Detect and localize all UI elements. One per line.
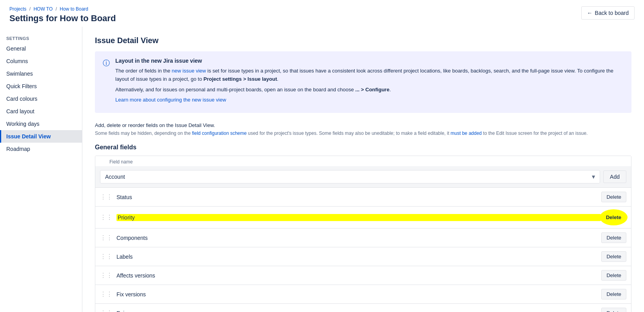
field-name-label: Priority bbox=[116, 214, 601, 221]
breadcrumb-board[interactable]: How to Board bbox=[60, 6, 88, 12]
page-title: Settings for How to Board bbox=[9, 13, 116, 24]
field-name-label: Labels bbox=[116, 254, 601, 260]
breadcrumb: Projects / HOW TO / How to Board bbox=[9, 6, 116, 12]
field-name-label: Epic bbox=[116, 310, 601, 312]
field-select-wrap: Account Assignee Reporter Sprint Story P… bbox=[100, 170, 600, 183]
breadcrumb-projects[interactable]: Projects bbox=[9, 6, 26, 12]
field-name-header: Field name bbox=[95, 156, 631, 166]
drag-handle-icon[interactable]: ⋮⋮ bbox=[100, 234, 113, 241]
sidebar-item-columns[interactable]: Columns bbox=[0, 55, 82, 67]
delete-field-button-affects-versions[interactable]: Delete bbox=[601, 270, 626, 281]
delete-field-button-status[interactable]: Delete bbox=[601, 192, 626, 202]
field-name-label: Fix versions bbox=[116, 291, 601, 297]
description-text: Add, delete or reorder fields on the Iss… bbox=[95, 122, 631, 128]
drag-handle-icon[interactable]: ⋮⋮ bbox=[100, 272, 113, 279]
sidebar-item-swimlanes[interactable]: Swimlanes bbox=[0, 67, 82, 80]
breadcrumb-sep1: / bbox=[29, 6, 31, 12]
info-box-line3: Learn more about configuring the new iss… bbox=[115, 96, 624, 104]
add-field-row: Account Assignee Reporter Sprint Story P… bbox=[95, 166, 631, 188]
delete-field-button-labels[interactable]: Delete bbox=[601, 251, 626, 262]
field-name-select[interactable]: Account Assignee Reporter Sprint Story P… bbox=[100, 170, 600, 183]
delete-field-button-components[interactable]: Delete bbox=[601, 232, 626, 243]
field-name-label: Status bbox=[116, 194, 601, 200]
sidebar-item-issue-detail-view[interactable]: Issue Detail View bbox=[0, 130, 82, 143]
field-row-epic: ⋮⋮EpicDelete bbox=[95, 304, 631, 312]
info-box-line1: The order of fields in the new issue vie… bbox=[115, 67, 624, 83]
drag-handle-icon[interactable]: ⋮⋮ bbox=[100, 214, 113, 221]
field-row-priority: ⋮⋮PriorityDelete bbox=[95, 207, 631, 229]
info-box-line2: Alternatively, and for issues on persona… bbox=[115, 86, 624, 94]
sidebar-item-card-layout[interactable]: Card layout bbox=[0, 105, 82, 118]
field-name-label: Components bbox=[116, 235, 601, 241]
back-to-board-button[interactable]: ← Back to board bbox=[581, 6, 635, 20]
fields-area: Field name Account Assignee Reporter Spr… bbox=[95, 156, 631, 312]
field-name-label: Affects versions bbox=[116, 272, 601, 279]
breadcrumb-howto[interactable]: HOW TO bbox=[33, 6, 53, 12]
top-bar: Projects / HOW TO / How to Board Setting… bbox=[0, 0, 644, 27]
field-row-components: ⋮⋮ComponentsDelete bbox=[95, 229, 631, 247]
field-row-labels: ⋮⋮LabelsDelete bbox=[95, 247, 631, 266]
content-title: Issue Detail View bbox=[95, 36, 631, 45]
sidebar-item-card-colours[interactable]: Card colours bbox=[0, 93, 82, 105]
note-text: Some fields may be hidden, depending on … bbox=[95, 131, 631, 136]
breadcrumb-sep2: / bbox=[56, 6, 57, 12]
learn-more-link[interactable]: Learn more about configuring the new iss… bbox=[115, 97, 226, 103]
sidebar-item-general[interactable]: General bbox=[0, 42, 82, 55]
field-row-status: ⋮⋮StatusDelete bbox=[95, 188, 631, 207]
delete-field-button-fix-versions[interactable]: Delete bbox=[601, 289, 626, 299]
sidebar-section-title: SETTINGS bbox=[0, 33, 82, 42]
field-row-fix-versions: ⋮⋮Fix versionsDelete bbox=[95, 285, 631, 304]
info-content: Layout in the new Jira issue view The or… bbox=[115, 58, 624, 107]
delete-field-button-priority[interactable]: Delete bbox=[601, 210, 626, 224]
must-be-added-link[interactable]: must be added bbox=[451, 131, 482, 136]
header-left: Projects / HOW TO / How to Board Setting… bbox=[9, 6, 116, 24]
info-icon: ⓘ bbox=[103, 58, 110, 107]
field-config-scheme-link[interactable]: field configuration scheme bbox=[192, 131, 247, 136]
add-field-button[interactable]: Add bbox=[603, 171, 626, 183]
drag-handle-icon[interactable]: ⋮⋮ bbox=[100, 309, 113, 312]
sidebar-item-working-days[interactable]: Working days bbox=[0, 118, 82, 130]
back-arrow-icon: ← bbox=[587, 10, 593, 16]
main-content: Issue Detail View ⓘ Layout in the new Ji… bbox=[82, 27, 644, 312]
general-fields-title: General fields bbox=[95, 144, 631, 151]
sidebar: SETTINGS GeneralColumnsSwimlanesQuick Fi… bbox=[0, 27, 82, 312]
field-row-affects-versions: ⋮⋮Affects versionsDelete bbox=[95, 266, 631, 285]
sidebar-item-quick-filters[interactable]: Quick Filters bbox=[0, 80, 82, 93]
drag-handle-icon[interactable]: ⋮⋮ bbox=[100, 290, 113, 298]
drag-handle-icon[interactable]: ⋮⋮ bbox=[100, 193, 113, 201]
sidebar-item-roadmap[interactable]: Roadmap bbox=[0, 143, 82, 155]
info-box-title: Layout in the new Jira issue view bbox=[115, 58, 624, 64]
new-issue-view-link[interactable]: new issue view bbox=[172, 68, 206, 74]
delete-field-button-epic[interactable]: Delete bbox=[601, 308, 626, 312]
main-layout: SETTINGS GeneralColumnsSwimlanesQuick Fi… bbox=[0, 27, 644, 312]
drag-handle-icon[interactable]: ⋮⋮ bbox=[100, 253, 113, 260]
info-box: ⓘ Layout in the new Jira issue view The … bbox=[95, 51, 631, 113]
